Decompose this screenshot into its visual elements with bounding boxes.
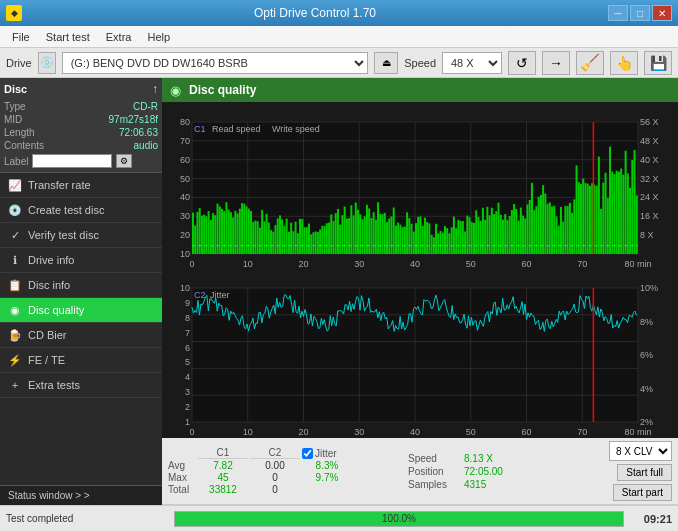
stats-total-row: Total 33812 0 [168,484,388,495]
title-bar: ◆ Opti Drive Control 1.70 ─ □ ✕ [0,0,678,26]
stats-table: C1 C2 Jitter Avg 7.82 0.00 8.3% Max 45 [168,447,388,495]
sidebar-item-label: Drive info [28,254,74,266]
samples-value: 4315 [464,479,486,490]
jitter-header-label: Jitter [315,448,337,459]
progress-bar: 100.0% [174,511,624,527]
sidebar-item-label: CD Bier [28,329,67,341]
drive-icon: 💿 [38,52,56,74]
minimize-button[interactable]: ─ [608,5,628,21]
verify-test-disc-icon: ✓ [8,228,22,242]
disc-quality-title: Disc quality [189,83,256,97]
stats-empty-header [168,447,196,459]
max-jitter: 9.7% [302,472,352,483]
sidebar-item-drive-info[interactable]: ℹ Drive info [0,248,162,273]
time-display: 09:21 [632,513,672,525]
sidebar-item-label: Create test disc [28,204,104,216]
disc-quality-header-icon: ◉ [170,83,181,98]
sidebar-item-verify-test-disc[interactable]: ✓ Verify test disc [0,223,162,248]
extra-tests-icon: + [8,378,22,392]
start-full-button[interactable]: Start full [617,464,672,481]
clv-row: 8 X CLV [609,441,672,461]
disc-info-icon: 📋 [8,278,22,292]
speed-select[interactable]: 48 X [442,52,502,74]
menu-start-test[interactable]: Start test [38,29,98,45]
disc-panel-arrow[interactable]: ↑ [152,82,158,96]
speed-row: Speed 8.13 X [408,453,503,464]
speed-label: Speed [408,453,458,464]
avg-c1: 7.82 [198,460,248,471]
disc-mid-label: MID [4,114,22,125]
c1-header: C1 [198,447,248,459]
stats-header-row: C1 C2 Jitter [168,447,388,459]
sidebar-item-label: Extra tests [28,379,80,391]
status-window-button[interactable]: Status window > > [0,485,162,505]
app-icon: ◆ [6,5,22,21]
disc-length-label: Length [4,127,35,138]
sidebar-item-disc-quality[interactable]: ◉ Disc quality [0,298,162,323]
content-area: ◉ Disc quality C1 C2 Jitter [162,78,678,505]
arrow-button[interactable]: → [542,51,570,75]
sidebar: Disc ↑ Type CD-R MID 97m27s18f Length 72… [0,78,162,505]
max-label: Max [168,472,196,483]
main-layout: Disc ↑ Type CD-R MID 97m27s18f Length 72… [0,78,678,505]
eject-button[interactable]: ⏏ [374,52,398,74]
sidebar-item-fe-te[interactable]: ⚡ FE / TE [0,348,162,373]
start-part-button[interactable]: Start part [613,484,672,501]
drive-label: Drive [6,57,32,69]
speed-label: Speed [404,57,436,69]
maximize-button[interactable]: □ [630,5,650,21]
avg-c2: 0.00 [250,460,300,471]
sidebar-item-transfer-rate[interactable]: 📈 Transfer rate [0,173,162,198]
stats-panel: C1 C2 Jitter Avg 7.82 0.00 8.3% Max 45 [162,438,678,505]
close-button[interactable]: ✕ [652,5,672,21]
status-text: Test completed [6,513,166,524]
sidebar-item-disc-info[interactable]: 📋 Disc info [0,273,162,298]
drive-bar: Drive 💿 (G:) BENQ DVD DD DW1640 BSRB ⏏ S… [0,48,678,78]
stats-avg-row: Avg 7.82 0.00 8.3% [168,460,388,471]
disc-disc-label: Label [4,156,28,167]
chart1-container [162,102,678,270]
total-jitter [302,484,352,495]
drive-select[interactable]: (G:) BENQ DVD DD DW1640 BSRB [62,52,369,74]
menu-file[interactable]: File [4,29,38,45]
fingerprint-button[interactable]: 👆 [610,51,638,75]
sidebar-item-cd-bier[interactable]: 🍺 CD Bier [0,323,162,348]
avg-jitter: 8.3% [302,460,352,471]
chart2-container [162,270,678,438]
disc-contents-value: audio [134,140,158,151]
samples-label: Samples [408,479,458,490]
disc-contents-label: Contents [4,140,44,151]
max-c1: 45 [198,472,248,483]
title-text: Opti Drive Control 1.70 [22,6,608,20]
cd-bier-icon: 🍺 [8,328,22,342]
eraser-button[interactable]: 🧹 [576,51,604,75]
right-controls: 8 X CLV Start full Start part [609,441,672,501]
chart1-canvas [162,102,678,270]
disc-quality-header: ◉ Disc quality [162,78,678,102]
sidebar-item-label: FE / TE [28,354,65,366]
disc-panel-title: Disc [4,83,27,95]
save-button[interactable]: 💾 [644,51,672,75]
sidebar-item-extra-tests[interactable]: + Extra tests [0,373,162,398]
transfer-rate-icon: 📈 [8,178,22,192]
clv-select[interactable]: 8 X CLV [609,441,672,461]
max-c2: 0 [250,472,300,483]
sidebar-item-label: Disc info [28,279,70,291]
disc-settings-button[interactable]: ⚙ [116,154,132,168]
window-controls: ─ □ ✕ [608,5,672,21]
refresh-button[interactable]: ↺ [508,51,536,75]
disc-label-input[interactable] [32,154,112,168]
disc-length-value: 72:06.63 [119,127,158,138]
menu-bar: File Start test Extra Help [0,26,678,48]
disc-type-value: CD-R [133,101,158,112]
jitter-checkbox[interactable] [302,448,313,459]
fe-te-icon: ⚡ [8,353,22,367]
total-label: Total [168,484,196,495]
menu-extra[interactable]: Extra [98,29,140,45]
sidebar-item-create-test-disc[interactable]: 💿 Create test disc [0,198,162,223]
chart2-canvas [162,270,678,438]
position-label: Position [408,466,458,477]
menu-help[interactable]: Help [139,29,178,45]
disc-mid-value: 97m27s18f [109,114,158,125]
disc-quality-icon: ◉ [8,303,22,317]
